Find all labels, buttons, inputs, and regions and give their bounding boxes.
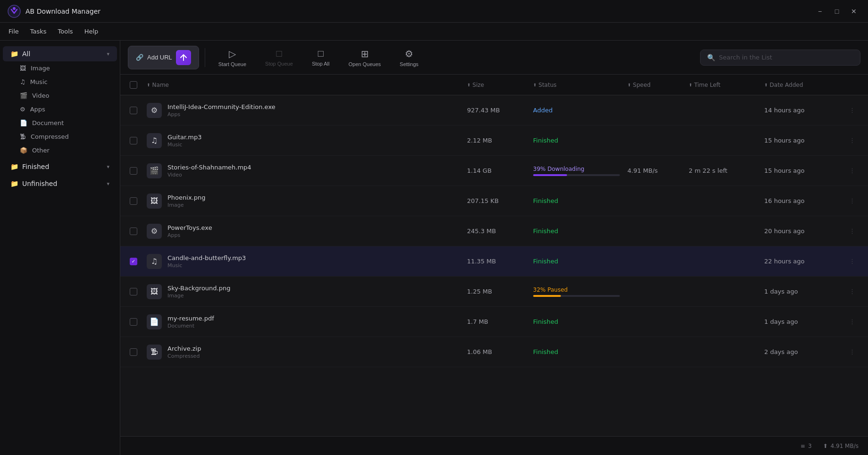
sidebar-item-compressed[interactable]: 🗜 Compressed	[3, 130, 117, 143]
col-header-date-added[interactable]: ⬆ Date Added	[760, 82, 845, 88]
file-name: Archive.zip	[167, 345, 201, 352]
row-checkbox[interactable]	[130, 137, 137, 144]
table-row[interactable]: ⚙ PowerToys.exe Apps 245.3 MB Finished 2…	[120, 216, 868, 246]
table-row[interactable]: ⚙ IntelliJ-Idea-Community-Edition.exe Ap…	[120, 95, 868, 126]
search-icon: 🔍	[707, 54, 715, 61]
sidebar-all-label: All	[22, 50, 30, 58]
music-icon: ♫	[20, 78, 25, 85]
status-cell: Finished	[529, 197, 624, 204]
sidebar-item-music[interactable]: ♫ Music	[3, 75, 117, 89]
row-checkbox[interactable]	[130, 288, 137, 295]
row-checkbox[interactable]	[130, 107, 137, 114]
sidebar-item-image[interactable]: 🖼 Image	[3, 61, 117, 75]
titlebar: AB Download Manager − □ ✕	[0, 0, 868, 23]
sidebar-item-apps[interactable]: ⚙ Apps	[3, 102, 117, 116]
stop-queue-label: Stop Queue	[265, 61, 293, 67]
add-url-button[interactable]: 🔗 Add URL	[128, 46, 199, 69]
table-row[interactable]: 🎬 Stories-of-Shahnameh.mp4 Video 1.14 GB…	[120, 156, 868, 186]
row-checkbox[interactable]	[130, 348, 137, 356]
file-info: ⚙ PowerToys.exe Apps	[143, 224, 463, 239]
download-speed-icon: ⬆	[823, 443, 828, 449]
main-layout: 📁 All ▾ 🖼 Image ♫ Music 🎬 Video ⚙ Apps 📄…	[0, 41, 868, 455]
col-header-status[interactable]: ⬆ Status	[529, 82, 624, 88]
open-queues-label: Open Queues	[349, 61, 381, 67]
stop-all-button[interactable]: □ Stop All	[304, 44, 337, 70]
file-type-icon: ⚙	[147, 103, 162, 118]
sidebar-item-document[interactable]: 📄 Document	[3, 116, 117, 130]
row-checkbox[interactable]	[130, 258, 137, 265]
add-url-accent-icon	[176, 50, 191, 65]
menu-help[interactable]: Help	[80, 26, 103, 37]
sidebar-item-unfinished[interactable]: 📁 Unfinished ▾	[3, 176, 117, 191]
row-checkbox[interactable]	[130, 197, 137, 205]
start-queue-button[interactable]: ▷ Start Queue	[211, 44, 254, 71]
table-row[interactable]: 🖼 Phoenix.png Image 207.15 KB Finished 1…	[120, 186, 868, 216]
stop-queue-button[interactable]: □ Stop Queue	[258, 44, 300, 70]
status-cell: 39% Downloading	[529, 166, 624, 176]
status-cell: Finished	[529, 228, 624, 235]
date-added-cell: 22 hours ago	[760, 258, 845, 265]
date-added-cell: 15 hours ago	[760, 167, 845, 174]
file-info: 📄 my-resume.pdf Document	[143, 314, 463, 329]
col-header-speed[interactable]: ⬆ Speed	[624, 82, 685, 88]
sidebar-categories: 🖼 Image ♫ Music 🎬 Video ⚙ Apps 📄 Documen…	[0, 61, 120, 157]
folder-finished-icon: 📁	[10, 163, 18, 170]
open-queues-button[interactable]: ⊞ Open Queues	[341, 44, 389, 71]
date-added-cell: 14 hours ago	[760, 107, 845, 114]
progress-fill	[533, 174, 567, 176]
add-url-label: Add URL	[147, 54, 172, 61]
date-added-cell: 16 hours ago	[760, 197, 845, 204]
row-checkbox[interactable]	[130, 228, 137, 235]
sidebar-item-video[interactable]: 🎬 Video	[3, 89, 117, 102]
status-cell: Finished	[529, 348, 624, 355]
list-count-icon: ≡	[801, 443, 805, 449]
col-header-size[interactable]: ⬆ Size	[463, 82, 529, 88]
file-info: ♫ Guitar.mp3 Music	[143, 133, 463, 148]
size-cell: 1.25 MB	[463, 288, 529, 295]
statusbar-count: ≡ 3	[801, 443, 812, 449]
chevron-down-icon: ▾	[107, 51, 109, 57]
row-checkbox[interactable]	[130, 167, 137, 175]
row-checkbox[interactable]	[130, 318, 137, 326]
sidebar-item-all[interactable]: 📁 All ▾	[3, 46, 117, 61]
sidebar-apps-label: Apps	[30, 106, 45, 113]
other-icon: 📦	[20, 147, 27, 154]
more-options-cell: ⋮	[845, 197, 864, 204]
size-col-label: Size	[473, 82, 484, 88]
table-row[interactable]: ♫ Candle-and-butterfly.mp3 Music 11.35 M…	[120, 246, 868, 277]
chevron-unfinished-icon: ▾	[107, 181, 109, 187]
select-all-checkbox[interactable]	[130, 81, 137, 89]
speed-cell: 4.91 MB/s	[624, 167, 685, 174]
more-options-cell: ⋮	[845, 167, 864, 174]
table-row[interactable]: ♫ Guitar.mp3 Music 2.12 MB Finished 15 h…	[120, 126, 868, 156]
file-info: ⚙ IntelliJ-Idea-Community-Edition.exe Ap…	[143, 103, 463, 118]
menubar: File Tasks Tools Help	[0, 23, 868, 41]
file-type-icon: ⚙	[147, 224, 162, 239]
table-header: ⬆ Name ⬆ Size ⬆ Status ⬆ Speed ⬆ Time	[120, 75, 868, 95]
col-header-name[interactable]: ⬆ Name	[143, 82, 463, 88]
sidebar-item-other[interactable]: 📦 Other	[3, 143, 117, 157]
more-options-cell: ⋮	[845, 288, 864, 295]
stop-queue-icon: □	[276, 48, 282, 59]
menu-tools[interactable]: Tools	[53, 26, 78, 37]
file-category: Music	[167, 262, 246, 269]
settings-button[interactable]: ⚙ Settings	[392, 44, 426, 71]
search-bar[interactable]: 🔍 Search in the List	[700, 50, 860, 66]
close-button[interactable]: ✕	[847, 5, 860, 18]
time-col-label: Time Left	[694, 82, 721, 88]
table-row[interactable]: 📄 my-resume.pdf Document 1.7 MB Finished…	[120, 307, 868, 337]
chevron-finished-icon: ▾	[107, 164, 109, 170]
maximize-button[interactable]: □	[830, 5, 843, 18]
menu-file[interactable]: File	[4, 26, 24, 37]
col-header-time-left[interactable]: ⬆ Time Left	[685, 82, 760, 88]
table-row[interactable]: 🗜 Archive.zip Compressed 1.06 MB Finishe…	[120, 337, 868, 367]
row-checkbox-cell	[124, 288, 143, 295]
table-row[interactable]: 🖼 Sky-Background.png Image 1.25 MB 32% P…	[120, 277, 868, 307]
speed-col-label: Speed	[633, 82, 651, 88]
minimize-button[interactable]: −	[813, 5, 826, 18]
date-col-sort-icon: ⬆	[764, 83, 768, 87]
sidebar-item-finished[interactable]: 📁 Finished ▾	[3, 159, 117, 174]
menu-tasks[interactable]: Tasks	[25, 26, 51, 37]
row-checkbox-cell	[124, 197, 143, 205]
row-checkbox-cell	[124, 137, 143, 144]
